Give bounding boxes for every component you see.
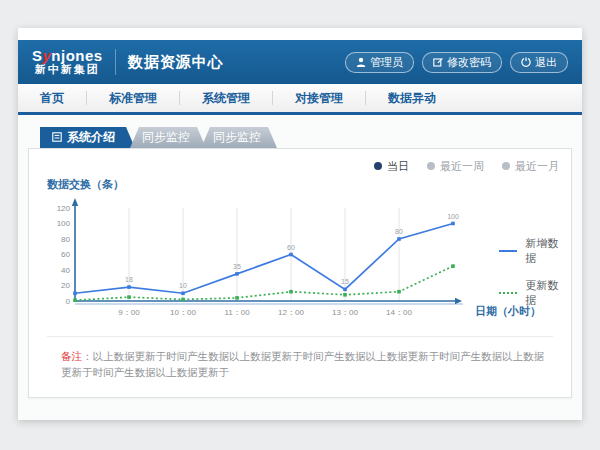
chart-row: 9：0010：0011：0012：0013：0014：0002040608010… [41,194,559,326]
y-axis-title: 数据交换（条） [47,177,559,194]
radio-label: 最近一周 [440,159,484,174]
footnote-label: 备注 [61,350,82,362]
change-password-button[interactable]: 修改密码 [422,52,502,73]
radio-label: 最近一月 [515,159,559,174]
main-nav: 首页 标准管理 系统管理 对接管理 数据异动 [18,84,582,112]
nav-item-home[interactable]: 首页 [18,84,86,112]
edit-icon [433,57,443,67]
tab-label: 同步监控 [213,129,261,146]
tab-label: 系统介绍 [67,129,115,146]
svg-text:100: 100 [447,213,459,220]
header-divider [115,49,116,75]
svg-text:80: 80 [61,235,70,244]
svg-text:60: 60 [61,250,70,259]
svg-text:12：00: 12：00 [278,308,304,317]
app-window: Synjones 新中新集团 数据资源中心 管理员 修改密码 [18,28,582,420]
x-axis-title: 日期（小时） [475,304,555,319]
svg-text:10: 10 [179,282,187,289]
screen-background: Synjones 新中新集团 数据资源中心 管理员 修改密码 [0,0,600,450]
doc-icon [52,131,62,145]
content-area: 系统介绍 同步监控 同步监控 当日 最近 [18,115,582,420]
radio-dot [374,162,382,170]
logout-button[interactable]: 退出 [510,52,568,73]
power-icon [521,57,531,67]
svg-text:10：00: 10：00 [170,308,196,317]
nav-item-standard-mgmt[interactable]: 标准管理 [87,84,179,112]
svg-text:35: 35 [233,263,241,270]
svg-text:40: 40 [61,266,70,275]
svg-text:0: 0 [66,297,71,306]
tab-bar: 系统介绍 同步监控 同步监控 [40,127,572,148]
legend-line-dotted [499,292,517,294]
app-header: Synjones 新中新集团 数据资源中心 管理员 修改密码 [18,40,582,84]
radio-label: 当日 [387,159,409,174]
legend-label: 新增数据 [525,236,559,266]
svg-text:9：00: 9：00 [118,308,140,317]
nav-item-data-change[interactable]: 数据异动 [366,84,458,112]
svg-text:11：00: 11：00 [224,308,250,317]
logo-latin: Synjones [32,48,103,64]
tab-label: 同步监控 [142,129,190,146]
radio-last-month[interactable]: 最近一月 [502,159,559,174]
admin-user-label: 管理员 [370,55,403,70]
tab-sync-monitor-2[interactable]: 同步监控 [201,127,277,148]
change-password-label: 修改密码 [447,55,491,70]
admin-user-button[interactable]: 管理员 [345,52,414,73]
nav-item-interface-mgmt[interactable]: 对接管理 [273,84,365,112]
header-actions: 管理员 修改密码 退出 [345,52,568,73]
app-title: 数据资源中心 [128,53,224,72]
tab-system-intro[interactable]: 系统介绍 [40,127,135,148]
user-icon [356,57,366,67]
svg-text:13：00: 13：00 [332,308,358,317]
radio-last-week[interactable]: 最近一周 [427,159,484,174]
svg-text:100: 100 [57,219,71,228]
svg-text:80: 80 [395,228,403,235]
chart-legend: 新增数据 更新数据 [499,236,559,308]
svg-text:18: 18 [125,276,133,283]
radio-dot [502,162,510,170]
logout-label: 退出 [535,55,557,70]
svg-text:14：00: 14：00 [386,308,412,317]
radio-today[interactable]: 当日 [374,159,409,174]
svg-text:15: 15 [341,278,349,285]
radio-dot [427,162,435,170]
logo-chinese: 新中新集团 [32,64,103,76]
svg-text:60: 60 [287,244,295,251]
svg-text:120: 120 [57,204,71,213]
chart-panel: 当日 最近一周 最近一月 数据交换（条） 9：0010：0011：0012：00… [28,148,572,398]
footnote-text: ：以上数据更新于时间产生数据以上数据更新于时间产生数据以上数据更新于时间产生数据… [61,350,544,378]
svg-text:20: 20 [61,281,70,290]
chart-canvas: 9：0010：0011：0012：0013：0014：0002040608010… [41,194,473,326]
tab-sync-monitor-1[interactable]: 同步监控 [130,127,206,148]
nav-item-system-mgmt[interactable]: 系统管理 [180,84,272,112]
footnote: 备注：以上数据更新于时间产生数据以上数据更新于时间产生数据以上数据更新于时间产生… [41,337,559,385]
company-logo: Synjones 新中新集团 [32,48,103,75]
legend-line-solid [499,250,517,252]
time-range-filter: 当日 最近一周 最近一月 [41,157,559,175]
line-chart: 9：0010：0011：0012：0013：0014：0002040608010… [41,194,473,326]
legend-item-new-data: 新增数据 [499,236,559,266]
